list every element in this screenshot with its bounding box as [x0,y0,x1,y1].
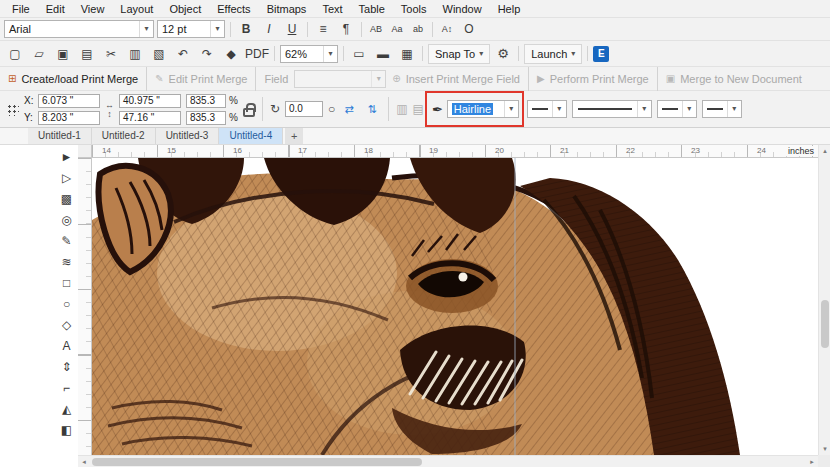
create-load-print-merge-button[interactable]: ⊞ Create/load Print Merge [8,73,138,85]
vertical-scrollbar[interactable]: ▴ ▾ [818,145,830,455]
menu-item[interactable]: View [73,0,113,18]
redo-icon[interactable]: ↷ [197,44,217,64]
save-icon[interactable]: ▣ [53,44,73,64]
menu-item[interactable]: Effects [209,0,258,18]
new-tab-button[interactable]: + [285,128,303,144]
scroll-left-arrow[interactable]: ◂ [78,456,90,467]
italic-button[interactable]: I [259,19,279,39]
edit-text-button[interactable]: AB [367,19,385,39]
capitalization-button[interactable]: Aa [388,19,406,39]
drawing-canvas[interactable] [92,158,818,455]
shape-tool[interactable]: ▷ [55,167,78,188]
menu-item[interactable]: Edit [38,0,73,18]
mirror-vertical-button[interactable]: ⇅ [363,100,381,118]
chevron-down-icon[interactable]: ▾ [139,21,153,37]
document-tab[interactable]: Untitled-2 [92,128,156,144]
text-wrap-icon[interactable]: ▥ [396,102,407,116]
bullet-list-button[interactable]: ≡ [313,19,333,39]
text-tool[interactable]: A [55,335,78,356]
zoom-level-combo[interactable]: 62% ▾ [280,45,338,63]
chevron-down-icon[interactable]: ▾ [682,101,696,117]
print-icon[interactable]: ▤ [77,44,97,64]
pick-tool[interactable]: ► [55,146,78,167]
canvas-artwork[interactable] [92,158,818,455]
interactive-fill-tool[interactable]: ◧ [55,419,78,440]
connector-tool[interactable]: ⌐ [55,377,78,398]
perform-print-merge-button[interactable]: ▶ Perform Print Merge [537,73,649,85]
vertical-scroll-thumb[interactable] [821,300,829,348]
menu-item[interactable]: Help [490,0,529,18]
line-style-combo[interactable]: ▾ [572,100,652,118]
polygon-tool[interactable]: ◇ [55,314,78,335]
drop-cap-button[interactable]: ¶ [336,19,356,39]
chevron-down-icon[interactable]: ▾ [727,101,741,117]
font-size-combo[interactable]: 12 pt ▾ [157,20,225,38]
outline-width-combo[interactable]: Hairline ▾ [447,100,519,118]
horizontal-scroll-thumb[interactable] [92,458,422,466]
insert-print-merge-field-button[interactable]: ⊕ Insert Print Merge Field [392,73,520,85]
document-tab[interactable]: Untitled-3 [156,128,220,144]
lock-ratio-icon[interactable] [243,108,255,117]
menu-item[interactable]: Object [161,0,209,18]
chevron-down-icon[interactable]: ▾ [504,101,518,117]
object-height-field[interactable]: 47.16 " [119,111,181,125]
artistic-media-tool[interactable]: ≋ [55,251,78,272]
freehand-tool[interactable]: ✎ [55,230,78,251]
new-document-icon[interactable]: ▢ [5,44,25,64]
launch-dropdown[interactable]: Launch ▾ [524,44,582,64]
chevron-down-icon[interactable]: ▾ [323,46,337,62]
scroll-right-arrow[interactable]: ▸ [806,456,818,467]
copy-icon[interactable]: ▥ [125,44,145,64]
chevron-down-icon[interactable]: ▾ [210,21,224,37]
bold-button[interactable]: B [236,19,256,39]
menu-item[interactable]: Table [351,0,393,18]
rotation-angle-field[interactable]: 0.0 [285,101,323,117]
end-arrowhead-combo[interactable]: ▾ [657,100,697,118]
x-position-field[interactable]: 6.073 " [38,94,100,108]
y-position-field[interactable]: 8.203 " [38,111,100,125]
dimension-tool[interactable]: ⇕ [55,356,78,377]
merge-to-new-document-button[interactable]: ▣ Merge to New Document [666,73,802,85]
fullscreen-preview-icon[interactable]: ▭ [349,44,369,64]
menu-item[interactable]: Bitmaps [259,0,315,18]
chevron-down-icon[interactable]: ▾ [637,101,651,117]
paste-icon[interactable]: ▧ [149,44,169,64]
menu-item[interactable]: Text [314,0,350,18]
menu-item[interactable]: Tools [393,0,435,18]
document-tab[interactable]: Untitled-4 [219,128,283,144]
options-gear-icon[interactable]: ⚙ [493,44,513,64]
show-rulers-icon[interactable]: ▬ [373,44,393,64]
rotation-center-icon[interactable]: ○ [328,102,335,116]
menu-item[interactable]: Window [435,0,490,18]
rectangle-tool[interactable]: □ [55,272,78,293]
eyedropper-tool[interactable]: ◭ [55,398,78,419]
scale-y-field[interactable]: 835.3 [186,111,226,125]
scroll-down-arrow[interactable]: ▾ [819,443,830,455]
menu-item[interactable]: File [4,0,38,18]
ellipse-tool[interactable]: ○ [55,293,78,314]
font-family-combo[interactable]: Arial ▾ [4,20,154,38]
scale-x-field[interactable]: 835.3 [186,94,226,108]
undo-icon[interactable]: ↶ [173,44,193,64]
show-grid-icon[interactable]: ▦ [397,44,417,64]
horizontal-ruler[interactable]: inches 1415161718192021222324 [92,145,818,158]
horizontal-scrollbar[interactable]: ◂ ▸ [78,455,818,467]
outline-options-combo[interactable]: ▾ [702,100,742,118]
connect-icon[interactable]: ◆ [221,44,241,64]
crop-tool[interactable]: ▩ [55,188,78,209]
pdf-icon[interactable]: PDF [245,44,269,64]
snap-to-dropdown[interactable]: Snap To ▾ [428,44,490,64]
open-icon[interactable]: ▱ [29,44,49,64]
chevron-down-icon[interactable]: ▾ [552,101,566,117]
character-position-button[interactable]: ab [409,19,427,39]
scroll-up-arrow[interactable]: ▴ [819,145,830,157]
vertical-ruler[interactable] [78,158,92,455]
text-direction-button[interactable]: A↕ [438,19,456,39]
page-size-icon[interactable]: ▤ [413,102,424,116]
convert-outline-button[interactable]: O [459,19,479,39]
menu-item[interactable]: Layout [112,0,161,18]
cut-icon[interactable]: ✂ [101,44,121,64]
document-tab[interactable]: Untitled-1 [28,128,92,144]
underline-button[interactable]: U [282,19,302,39]
app-badge[interactable]: E [593,46,609,62]
